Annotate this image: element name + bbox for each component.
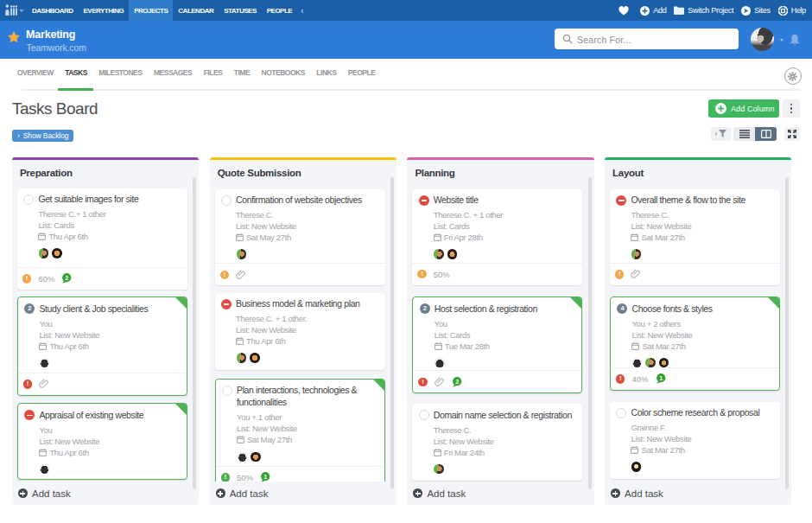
svg-text:1: 1 [659,374,663,382]
svg-text:2: 2 [455,378,459,386]
svg-text:2: 2 [66,274,69,282]
svg-text:1: 1 [263,473,267,481]
